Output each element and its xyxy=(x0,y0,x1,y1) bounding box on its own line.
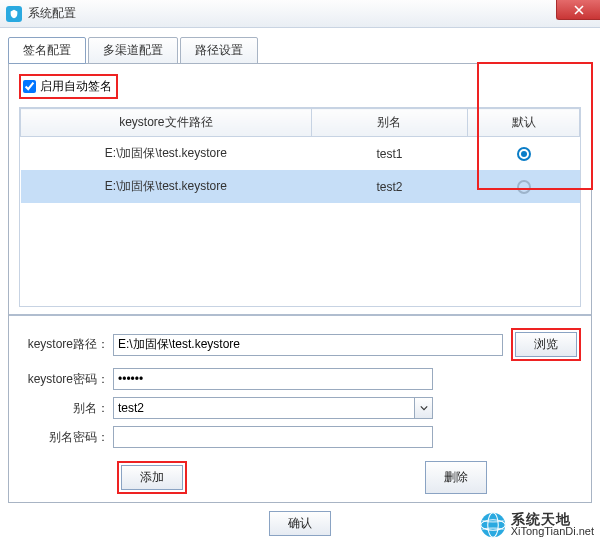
tab-multichannel-config[interactable]: 多渠道配置 xyxy=(88,37,178,64)
delete-button[interactable]: 删除 xyxy=(425,461,487,494)
tab-panel: 启用自动签名 keystore文件路径 别名 默认 E:\加固保\test.ke… xyxy=(8,63,592,503)
brand-text: 系统天地 XiTongTianDi.net xyxy=(511,513,594,537)
window-title: 系统配置 xyxy=(28,5,76,22)
input-keystore-pwd[interactable] xyxy=(113,368,433,390)
table-row[interactable]: E:\加固保\test.keystore test1 xyxy=(21,137,580,171)
cell-default[interactable] xyxy=(468,137,580,171)
add-delete-row: 添加 删除 xyxy=(117,455,487,498)
tab-bar: 签名配置 多渠道配置 路径设置 xyxy=(8,37,592,64)
cell-alias: test2 xyxy=(311,170,468,203)
row-keystore-path: keystore路径： 浏览 xyxy=(19,328,581,361)
tab-path-settings[interactable]: 路径设置 xyxy=(180,37,258,64)
tab-signature-config[interactable]: 签名配置 xyxy=(8,37,86,64)
label-keystore-path: keystore路径： xyxy=(19,336,113,353)
browse-highlight: 浏览 xyxy=(511,328,581,361)
row-alias: 别名： xyxy=(19,397,581,419)
input-alias-pwd[interactable] xyxy=(113,426,433,448)
select-alias[interactable] xyxy=(113,397,433,419)
chevron-down-icon[interactable] xyxy=(414,398,432,418)
brand-watermark: 系统天地 XiTongTianDi.net xyxy=(479,511,594,539)
brand-url: XiTongTianDi.net xyxy=(511,525,594,537)
globe-icon xyxy=(479,511,507,539)
row-keystore-pwd: keystore密码： xyxy=(19,368,581,390)
cell-default[interactable] xyxy=(468,170,580,203)
svg-point-0 xyxy=(480,513,505,538)
col-header-path: keystore文件路径 xyxy=(21,109,312,137)
input-alias[interactable] xyxy=(114,398,414,418)
ok-button[interactable]: 确认 xyxy=(269,511,331,536)
brand-name: 系统天地 xyxy=(511,513,594,525)
content-area: 签名配置 多渠道配置 路径设置 启用自动签名 keystore文件路径 别名 默… xyxy=(0,28,600,543)
table-row[interactable]: E:\加固保\test.keystore test2 xyxy=(21,170,580,203)
add-button[interactable]: 添加 xyxy=(121,465,183,490)
cell-path: E:\加固保\test.keystore xyxy=(21,170,312,203)
enable-auto-sign-label: 启用自动签名 xyxy=(40,78,112,95)
radio-default-icon[interactable] xyxy=(517,147,531,161)
row-alias-pwd: 别名密码： xyxy=(19,426,581,448)
cell-path: E:\加固保\test.keystore xyxy=(21,137,312,171)
table-header-row: keystore文件路径 别名 默认 xyxy=(21,109,580,137)
input-keystore-path[interactable] xyxy=(113,334,503,356)
enable-auto-sign-checkbox[interactable] xyxy=(23,80,36,93)
label-keystore-pwd: keystore密码： xyxy=(19,371,113,388)
browse-button[interactable]: 浏览 xyxy=(515,332,577,357)
col-header-default: 默认 xyxy=(468,109,580,137)
cell-alias: test1 xyxy=(311,137,468,171)
title-bar: 系统配置 xyxy=(0,0,600,28)
app-icon xyxy=(6,6,22,22)
keystore-table: keystore文件路径 别名 默认 E:\加固保\test.keystore … xyxy=(19,107,581,307)
col-header-alias: 别名 xyxy=(311,109,468,137)
label-alias-pwd: 别名密码： xyxy=(19,429,113,446)
close-button[interactable] xyxy=(556,0,600,20)
add-highlight: 添加 xyxy=(117,461,187,494)
enable-auto-sign-row[interactable]: 启用自动签名 xyxy=(19,74,118,99)
form-area: keystore路径： 浏览 keystore密码： 别名： xyxy=(9,314,591,502)
radio-default-icon[interactable] xyxy=(517,180,531,194)
label-alias: 别名： xyxy=(19,400,113,417)
